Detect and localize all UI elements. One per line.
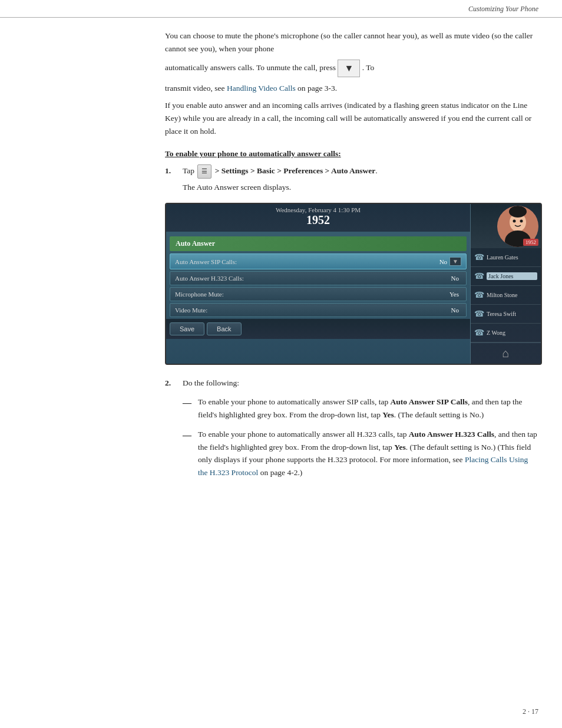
para3-suffix: on page 3-3.: [296, 84, 337, 93]
svg-point-4: [520, 219, 523, 222]
bullet2-link-suffix: on page 4-2.): [258, 468, 302, 477]
para3-prefix: transmit video, see: [165, 84, 227, 93]
bullet2: — To enable your phone to automatically …: [183, 428, 538, 479]
home-icon-area[interactable]: ⌂: [471, 342, 541, 364]
contact-name-wong: Z Wong: [487, 330, 537, 336]
menu-row-h323[interactable]: Auto Answer H.323 Calls: No: [170, 271, 467, 285]
home-icon[interactable]: ⌂: [502, 347, 509, 360]
svg-point-5: [509, 206, 527, 218]
contact-teresa[interactable]: ☎ Teresa Swift: [471, 305, 541, 324]
bullet2-dash: —: [183, 428, 192, 479]
status-ext: 1952: [172, 213, 464, 227]
video-label: Video Mute:: [175, 307, 451, 314]
bullet1-content: To enable your phone to automatically an…: [198, 396, 538, 421]
menu-section-title: Auto Answer: [170, 236, 467, 251]
bullet2-content: To enable your phone to automatically an…: [198, 428, 538, 479]
sip-label: Auto Answer SIP Calls:: [175, 258, 439, 265]
para4: If you enable auto answer and an incomin…: [165, 99, 538, 137]
save-button[interactable]: Save: [170, 322, 204, 335]
step1-number: 1.: [165, 164, 177, 193]
para1: You can choose to mute the phone's micro…: [165, 29, 538, 55]
phone-bottom-bar: Save Back: [166, 319, 470, 339]
page-header: Customizing Your Phone: [0, 0, 562, 18]
para2-suffix: . To: [362, 63, 375, 72]
contact-wong[interactable]: ☎ Z Wong: [471, 324, 541, 342]
step2-content: Do the following: — To enable your phone…: [183, 377, 538, 486]
bullet1-yes: Yes: [382, 410, 394, 419]
sip-value: No: [439, 258, 447, 265]
phone-header: Wednesday, February 4 1:30 PM 1952: [166, 204, 470, 232]
bullet1-bold: Auto Answer SIP Calls: [391, 397, 468, 406]
contact-icon-lauren: ☎: [474, 252, 484, 262]
content-area: You can choose to mute the phone's micro…: [159, 18, 562, 504]
phone-right-panel: 1952 ☎ Lauren Gates ☎ Jack Jones ☎ Milto…: [470, 204, 541, 364]
h323-value: No: [451, 275, 459, 282]
contact-name-milton: Milton Stone: [487, 292, 537, 298]
video-value: No: [451, 307, 459, 314]
menu-row-mic[interactable]: Microphone Mute: Yes: [170, 287, 467, 301]
h323-label: Auto Answer H.323 Calls:: [175, 275, 451, 282]
contact-name-jack: Jack Jones: [487, 272, 537, 280]
bullet1: — To enable your phone to automatically …: [183, 396, 538, 421]
contact-name-teresa: Teresa Swift: [487, 311, 537, 317]
bullet2-prefix: To enable your phone to automatically an…: [198, 430, 409, 439]
bullet2-bold: Auto Answer H.323 Calls: [409, 430, 494, 439]
page-container: Customizing Your Phone You can choose to…: [0, 0, 562, 728]
contact-icon-teresa: ☎: [474, 309, 484, 319]
contact-lauren[interactable]: ☎ Lauren Gates: [471, 248, 541, 267]
step1-suffix: .: [375, 166, 377, 175]
mic-value: Yes: [449, 291, 459, 298]
step1-sub: The Auto Answer screen displays.: [183, 181, 538, 194]
svg-point-3: [513, 219, 516, 222]
step1: 1. Tap ☰ > Settings > Basic > Preference…: [165, 164, 538, 193]
phone-left-panel: Wednesday, February 4 1:30 PM 1952 Auto …: [166, 204, 470, 364]
menu-button[interactable]: ☰: [197, 164, 211, 179]
step2-number: 2.: [165, 377, 177, 486]
contact-milton[interactable]: ☎ Milton Stone: [471, 286, 541, 305]
menu-row-sip[interactable]: Auto Answer SIP Calls: No ▼: [170, 253, 467, 269]
contact-photo-area: 1952: [471, 204, 541, 248]
contact-jack[interactable]: ☎ Jack Jones: [471, 267, 541, 286]
handling-video-calls-link[interactable]: Handling Video Calls: [227, 84, 296, 93]
step1-middle: > Settings > Basic > Preferences > Auto …: [215, 166, 378, 175]
bullet2-yes: Yes: [394, 443, 406, 452]
contact-icon-wong: ☎: [474, 328, 484, 338]
para2-prefix: automatically answers calls. To unmute t…: [165, 63, 336, 72]
contact-ext-badge: 1952: [523, 239, 538, 246]
contact-name-lauren: Lauren Gates: [487, 254, 537, 261]
contact-icon-jack: ☎: [474, 271, 484, 281]
bullet1-suffix: . (The default setting is No.): [394, 410, 484, 419]
para3: transmit video, see Handling Video Calls…: [165, 82, 538, 95]
section-heading: To enable your phone to automatically an…: [165, 149, 538, 159]
mic-label: Microphone Mute:: [175, 291, 449, 298]
bullet1-prefix: To enable your phone to automatically an…: [198, 397, 391, 406]
contact-icon-milton: ☎: [474, 290, 484, 300]
step2: 2. Do the following: — To enable your ph…: [165, 377, 538, 486]
step2-label: Do the following:: [183, 378, 239, 387]
para2: automatically answers calls. To unmute t…: [165, 60, 538, 77]
step1-path: > Settings > Basic > Preferences > Auto …: [215, 166, 376, 175]
status-date: Wednesday, February 4 1:30 PM: [172, 206, 464, 213]
back-button[interactable]: Back: [207, 322, 241, 335]
phone-screen: Wednesday, February 4 1:30 PM 1952 Auto …: [166, 204, 541, 364]
bullet1-dash: —: [183, 396, 192, 421]
step1-prefix: Tap: [183, 166, 194, 175]
phone-ui: Wednesday, February 4 1:30 PM 1952 Auto …: [165, 203, 542, 365]
sip-dropdown[interactable]: ▼: [449, 257, 461, 266]
mute-icon: ▼: [338, 60, 360, 77]
chapter-title: Customizing Your Phone: [468, 5, 538, 13]
menu-row-video[interactable]: Video Mute: No: [170, 303, 467, 317]
page-number: 2 · 17: [523, 707, 538, 716]
step1-content: Tap ☰ > Settings > Basic > Preferences >…: [183, 164, 538, 193]
